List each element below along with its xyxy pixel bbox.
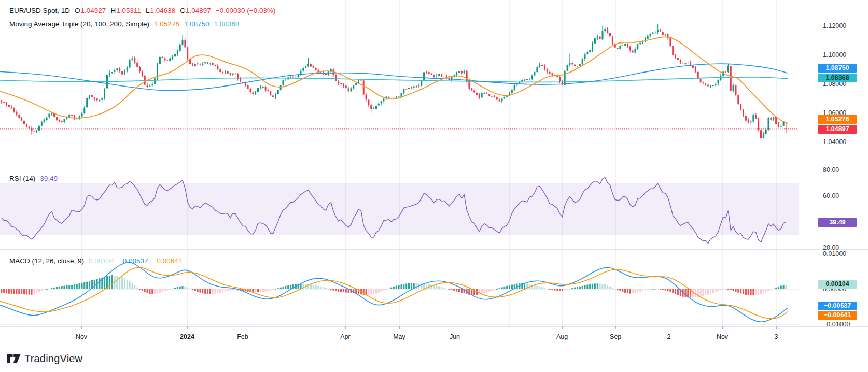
symbol-legend-row: EUR/USD Spot, 1D O1.04927 H1.05311 L1.04…: [9, 7, 275, 15]
rsi-axis-label: 60.00: [823, 192, 866, 201]
symbol-title: EUR/USD Spot, 1D: [9, 7, 70, 15]
macd-title: MACD (12, 26, close, 9): [9, 257, 84, 265]
axis-value-badge: 1.08368: [818, 74, 857, 82]
time-axis-label: 3: [775, 333, 778, 340]
macd-hist-value: 0.00104: [89, 257, 114, 265]
rsi-axis-label: 80.00: [823, 166, 866, 175]
change-value: −0.00030 (−0.03%): [216, 7, 276, 15]
macd-line-value: −0.00537: [119, 257, 148, 265]
time-axis-label: May: [393, 333, 405, 340]
time-axis-label: Feb: [237, 333, 248, 340]
macd-legend-row: MACD (12, 26, close, 9) 0.00104 −0.00537…: [9, 257, 182, 265]
time-axis-label: Apr: [340, 333, 350, 340]
ma20-value: 1.05276: [154, 20, 179, 28]
time-axis-label: Sep: [610, 333, 621, 340]
ohlc-open: O1.04927: [75, 7, 106, 15]
time-axis-label: Nov: [717, 333, 728, 340]
macd-signal-value: −0.00641: [153, 257, 183, 265]
macd-axis-label: 0.01000: [823, 250, 866, 259]
price-axis-label: 1.04000: [823, 138, 866, 147]
price-axis-label: 1.12000: [823, 22, 866, 31]
axis-value-badge: 0.00104: [818, 280, 857, 289]
axis-value-badge: −0.00641: [818, 311, 857, 320]
ma200-value: 1.08368: [214, 20, 240, 28]
ohlc-low: L1.04638: [146, 7, 175, 15]
time-axis-label: Aug: [556, 333, 568, 340]
axis-value-badge: 1.08750: [818, 64, 857, 73]
axis-value-badge: −0.00537: [818, 302, 857, 310]
tradingview-icon: [7, 354, 21, 363]
ma100-line: [0, 64, 788, 91]
time-axis-label: Nov: [76, 333, 87, 340]
ohlc-close: C1.04897: [180, 7, 211, 15]
macd-line: [0, 262, 788, 322]
trading-chart-app: EUR/USD Spot, 1D O1.04927 H1.05311 L1.04…: [0, 0, 868, 372]
tradingview-logo[interactable]: TradingView: [7, 353, 82, 365]
ma100-value: 1.08750: [184, 20, 209, 28]
macd-axis-label: −0.01000: [823, 320, 866, 329]
rsi-title: RSI (14): [9, 175, 35, 182]
ohlc-high: H1.05311: [110, 7, 141, 15]
chart-canvas[interactable]: [0, 0, 868, 372]
axis-value-badge: 1.05276: [818, 115, 857, 124]
ma-legend-row: Moving Average Triple (20, 100, 200, Sim…: [9, 20, 239, 28]
brand-name: TradingView: [24, 353, 82, 365]
rsi-legend-row: RSI (14) 39.49: [9, 175, 58, 182]
rsi-value: 39.49: [40, 175, 58, 182]
price-axis-label: 1.10000: [823, 51, 866, 60]
time-axis-label: 2024: [180, 333, 194, 340]
macd-signal-line: [0, 267, 788, 319]
axis-value-badge: 1.04897: [818, 125, 857, 134]
time-axis-label: Jun: [450, 333, 460, 340]
axis-value-badge: 39.49: [818, 218, 857, 227]
ma200-line: [0, 77, 788, 82]
ma-title: Moving Average Triple (20, 100, 200, Sim…: [9, 20, 149, 28]
time-axis-label: 2: [667, 333, 671, 340]
